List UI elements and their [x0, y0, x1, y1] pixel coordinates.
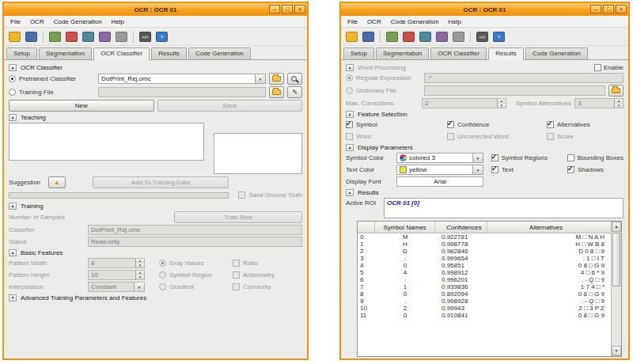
teaching-sample-list[interactable]: [9, 123, 204, 161]
menu-ocr[interactable]: OCR: [362, 17, 386, 26]
tab-code-generation[interactable]: Code Generation: [525, 47, 588, 59]
roi-icon[interactable]: [64, 29, 79, 44]
collapse-icon[interactable]: ▴: [9, 64, 17, 71]
tab-code-generation[interactable]: Code Generation: [188, 47, 251, 59]
display-font-button[interactable]: Arial: [396, 176, 483, 187]
close-icon[interactable]: ×: [616, 5, 627, 13]
menu-file[interactable]: File: [343, 17, 362, 26]
scroll-up-icon[interactable]: ▲: [612, 222, 621, 232]
titlebar[interactable]: OCR : OCR 01 – □ ×: [4, 3, 307, 16]
menu-help[interactable]: Help: [444, 17, 466, 26]
edit-training-file-button[interactable]: ✎: [287, 86, 302, 98]
training-file-radio[interactable]: [9, 89, 16, 96]
table-row[interactable]: 540.9989124 □ 6 * 9: [358, 269, 611, 276]
expand-icon[interactable]: ▾: [9, 294, 17, 301]
table-row[interactable]: 3:0.999654: 1 □ I T: [358, 255, 611, 262]
table-row[interactable]: 9.0.998928. - Q □ 9: [358, 298, 611, 305]
collapse-icon[interactable]: ▴: [346, 111, 354, 118]
active-roi-list[interactable]: OCR 01 [0]: [384, 198, 624, 218]
chevron-down-icon[interactable]: ▾: [255, 74, 265, 83]
tab-results[interactable]: Results: [488, 47, 524, 60]
table-row[interactable]: 2D0.982846D 0 8 □ 9: [358, 248, 611, 255]
alternatives-checkbox[interactable]: ✓: [547, 121, 554, 128]
table-row[interactable]: 400.958510 8 □ G 9: [358, 262, 611, 269]
shadows-checkbox[interactable]: ✓: [567, 166, 574, 173]
table-row[interactable]: 0M0.922781M □ N A H: [358, 233, 611, 241]
table-row[interactable]: 710.9398361 7 4 □ *: [358, 283, 611, 290]
collapse-icon[interactable]: ▴: [346, 64, 354, 71]
new-classifier-button[interactable]: New: [9, 100, 154, 112]
maximize-icon[interactable]: □: [282, 5, 293, 13]
results-icon[interactable]: [451, 29, 466, 44]
suggestion-apply-button[interactable]: ▲: [48, 176, 66, 188]
inspect-classifier-button[interactable]: [287, 73, 302, 85]
chevron-down-icon[interactable]: ▾: [472, 165, 483, 174]
results-icon[interactable]: [114, 29, 129, 44]
table-row[interactable]: 1020.999432 □ 3 P Z: [358, 305, 611, 312]
save-icon[interactable]: [24, 29, 39, 44]
maximize-icon[interactable]: □: [603, 5, 614, 13]
minimize-icon[interactable]: –: [269, 5, 280, 13]
browse-training-file-button[interactable]: [269, 86, 284, 98]
table-row[interactable]: 1H0.998778H □ W B 8: [358, 241, 611, 248]
symbol-color-select[interactable]: colored 3 ▾: [396, 153, 483, 163]
classifier-icon[interactable]: [97, 29, 112, 44]
tab-results[interactable]: Results: [151, 47, 187, 59]
image-acquisition-icon[interactable]: [47, 29, 63, 44]
close-icon[interactable]: ×: [294, 5, 305, 13]
collapse-icon[interactable]: ▴: [9, 114, 17, 121]
row-index-header[interactable]: [358, 222, 375, 233]
open-file-icon[interactable]: [7, 29, 22, 44]
help-icon[interactable]: ?: [491, 29, 506, 44]
image-acquisition-icon[interactable]: [385, 29, 400, 44]
minimize-icon[interactable]: –: [590, 5, 601, 13]
menu-file[interactable]: File: [6, 17, 25, 26]
vertical-scrollbar[interactable]: ▲ ▼: [611, 222, 621, 356]
code-generation-icon[interactable]: </>: [475, 29, 490, 44]
text-color-select[interactable]: yellow ▾: [396, 165, 483, 175]
symbol-checkbox[interactable]: ✓: [346, 121, 353, 128]
bounding-boxes-checkbox[interactable]: [567, 154, 574, 161]
collapse-icon[interactable]: ▴: [9, 203, 17, 210]
chevron-down-icon[interactable]: ▾: [472, 154, 483, 162]
open-file-icon[interactable]: [344, 29, 359, 44]
collapse-icon[interactable]: ▴: [346, 144, 354, 151]
scroll-down-icon[interactable]: ▼: [612, 346, 621, 356]
symbol-names-header[interactable]: Symbol Names: [375, 222, 435, 233]
table-row[interactable]: 800.8920940 8 □ G 9: [358, 290, 611, 298]
active-roi-item[interactable]: OCR 01 [0]: [387, 199, 419, 207]
menu-code-generation[interactable]: Code Generation: [386, 17, 444, 26]
confidences-header[interactable]: Confidences: [435, 222, 487, 233]
segmentation-icon[interactable]: [418, 29, 433, 44]
pretrained-classifier-select[interactable]: DotPrint_Rej.omc ▾: [98, 74, 266, 84]
browse-classifier-button[interactable]: [269, 73, 284, 85]
pretrained-classifier-radio[interactable]: [9, 75, 16, 82]
collapse-icon[interactable]: ▴: [346, 189, 354, 196]
text-checkbox[interactable]: ✓: [491, 166, 498, 173]
roi-icon[interactable]: [401, 29, 416, 44]
symbol-regions-checkbox[interactable]: ✓: [491, 154, 498, 161]
collapse-icon[interactable]: ▴: [9, 249, 17, 256]
menu-code-generation[interactable]: Code Generation: [49, 17, 107, 26]
table-row[interactable]: 1100.9108410 8 □ G 9: [358, 312, 611, 319]
scrollbar-track[interactable]: [612, 287, 621, 346]
confidence-checkbox[interactable]: ✓: [447, 121, 454, 128]
scrollbar-thumb[interactable]: [612, 233, 620, 286]
tab-setup[interactable]: Setup: [6, 47, 37, 59]
save-icon[interactable]: [361, 29, 376, 44]
classifier-icon[interactable]: [434, 29, 449, 44]
tab-setup[interactable]: Setup: [343, 47, 374, 59]
tab-segmentation[interactable]: Segmentation: [39, 47, 92, 59]
tab-segmentation[interactable]: Segmentation: [376, 47, 429, 59]
titlebar[interactable]: OCR : OCR 01 – □ ×: [341, 3, 628, 16]
tab-ocr-classifier[interactable]: OCR Classifier: [430, 47, 487, 59]
browse-dictionary-button[interactable]: [608, 85, 624, 97]
alternatives-header[interactable]: Alternatives: [487, 222, 611, 233]
menu-help[interactable]: Help: [107, 17, 129, 26]
segmentation-icon[interactable]: [81, 29, 96, 44]
enable-word-processing-checkbox[interactable]: [594, 64, 601, 71]
help-icon[interactable]: ?: [154, 29, 169, 44]
table-row[interactable]: 6.0.996201. - Q □ 9: [358, 276, 611, 283]
code-generation-icon[interactable]: </>: [138, 29, 153, 44]
menu-ocr[interactable]: OCR: [25, 17, 49, 26]
